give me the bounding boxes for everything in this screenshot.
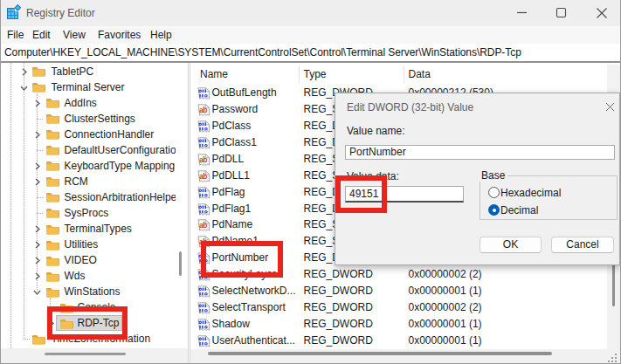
svg-text:ab: ab xyxy=(199,106,207,114)
svg-text:ab: ab xyxy=(199,155,207,164)
svg-text:ab: ab xyxy=(199,172,207,181)
svg-text:ab: ab xyxy=(199,222,207,230)
